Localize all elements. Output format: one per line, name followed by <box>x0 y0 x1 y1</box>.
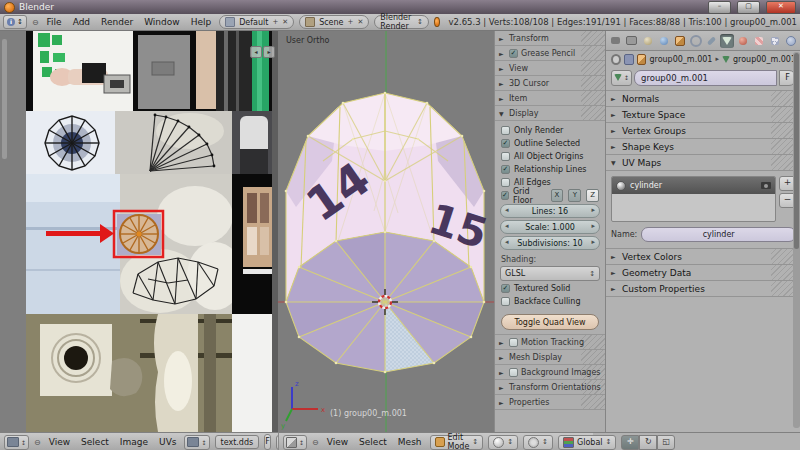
textured-solid-row[interactable]: ✓ Textured Solid <box>495 282 605 295</box>
screen-layout-selector[interactable]: Default + ✕ <box>219 15 294 29</box>
editor-type-button-image[interactable]: ↕ <box>4 435 29 450</box>
viewport-shading-selector[interactable]: ↕ <box>488 435 518 450</box>
all-edges-checkbox[interactable] <box>501 178 510 187</box>
uv-menu-image[interactable]: Image <box>117 437 151 447</box>
tab-material[interactable] <box>736 34 750 48</box>
tab-modifiers[interactable] <box>705 34 719 48</box>
only-render-checkbox[interactable] <box>501 126 510 135</box>
all-edges-row[interactable]: All Edges <box>495 176 605 189</box>
scene-selector[interactable]: Scene + ✕ <box>299 15 369 29</box>
panel-geometry-data[interactable]: ► Geometry Data <box>606 265 800 281</box>
render-camera-icon[interactable] <box>761 182 771 189</box>
menu-help[interactable]: Help <box>188 17 215 27</box>
only-render-row[interactable]: Only Render <box>495 124 605 137</box>
image-browse-button[interactable]: ↕ <box>184 435 209 450</box>
panel-motion-tracking[interactable]: ► Motion Tracking <box>495 334 605 350</box>
slider-right-icon[interactable]: ▸ <box>591 238 595 246</box>
panel-transform[interactable]: ► Transform <box>495 31 605 46</box>
uv-map-item-cylinder[interactable]: cylinder <box>612 177 775 194</box>
panel-3d-cursor[interactable]: ► 3D Cursor <box>495 76 605 91</box>
editor-type-button-3dview[interactable]: ↕ <box>283 435 307 450</box>
subdivisions-slider[interactable]: ◂ Subdivisions: 10 ▸ <box>500 236 600 250</box>
backface-culling-checkbox[interactable] <box>501 297 510 306</box>
panel-normals[interactable]: ► Normals <box>606 90 800 107</box>
render-engine-selector[interactable]: Blender Render ↕ <box>374 15 429 29</box>
scrollbar-handle[interactable] <box>794 53 799 249</box>
menu-file[interactable]: File <box>44 17 65 27</box>
viewport-3d[interactable]: 14 15 z x y User Ortho (1 <box>278 31 605 432</box>
properties-scrollbar[interactable] <box>793 52 800 428</box>
image-fake-user-button[interactable]: F <box>264 434 271 450</box>
panel-display[interactable]: ▼ Display <box>495 106 605 121</box>
slider-left-icon[interactable]: ◂ <box>505 222 509 230</box>
v3d-menu-mesh[interactable]: Mesh <box>395 437 425 447</box>
atlas-selected-wheel[interactable] <box>114 211 163 257</box>
uv-scrollbar[interactable] <box>2 39 7 159</box>
panel-properties[interactable]: ► Properties <box>495 395 605 410</box>
relationship-lines-checkbox[interactable]: ✓ <box>501 165 510 174</box>
menu-collapse-icon[interactable]: ⊖ <box>32 18 39 27</box>
tab-render[interactable] <box>625 34 639 48</box>
uv-menu-uvs[interactable]: UVs <box>156 437 179 447</box>
region-expand-right-icon[interactable]: ▸ <box>263 46 275 58</box>
axis-z-toggle[interactable]: Z <box>586 189 599 202</box>
uv-image-editor[interactable]: ◂ ▸ <box>0 31 278 432</box>
relationship-lines-row[interactable]: ✓ Relationship Lines <box>495 163 605 176</box>
grease-pencil-checkbox[interactable]: ✓ <box>509 49 518 58</box>
axis-x-toggle[interactable]: X <box>551 189 564 202</box>
panel-grease-pencil[interactable]: ► ✓ Grease Pencil <box>495 46 605 61</box>
maximize-button[interactable]: ▢ <box>737 1 760 14</box>
shading-mode-dropdown[interactable]: GLSL ↕ <box>500 266 600 281</box>
uv-menu-view[interactable]: View <box>46 437 73 447</box>
all-object-origins-row[interactable]: All Object Origins <box>495 150 605 163</box>
all-object-origins-checkbox[interactable] <box>501 152 510 161</box>
tab-particles[interactable] <box>768 34 782 48</box>
minimize-button[interactable]: – <box>708 1 731 14</box>
panel-background-images[interactable]: ► Background Images <box>495 365 605 380</box>
region-expand-left-icon[interactable]: ◂ <box>250 46 262 58</box>
grid-floor-checkbox[interactable]: ✓ <box>501 191 509 200</box>
scene-add-icon[interactable]: + <box>348 18 354 26</box>
uv-menu-select[interactable]: Select <box>78 437 112 447</box>
toggle-quad-view-button[interactable]: Toggle Quad View <box>501 314 599 330</box>
uv-maps-list[interactable]: cylinder <box>611 176 776 222</box>
panel-mesh-display[interactable]: ► Mesh Display <box>495 350 605 365</box>
image-name-field[interactable]: text.dds <box>215 435 260 449</box>
panel-transform-orientations[interactable]: ► Transform Orientations <box>495 380 605 395</box>
tab-object[interactable] <box>673 34 687 48</box>
scale-slider[interactable]: ◂ Scale: 1.000 ▸ <box>500 220 600 234</box>
backface-culling-row[interactable]: Backface Culling <box>495 295 605 308</box>
tab-texture[interactable] <box>752 34 766 48</box>
tab-physics[interactable] <box>784 34 798 48</box>
datablock-name-field[interactable]: group00_m.001 <box>634 70 777 86</box>
v3d-menu-select[interactable]: Select <box>356 437 390 447</box>
slider-right-icon[interactable]: ▸ <box>591 206 595 214</box>
tab-scene[interactable] <box>641 34 655 48</box>
close-button[interactable]: ✕ <box>766 1 796 14</box>
grid-floor-row[interactable]: ✓ Grid Floor X Y Z <box>495 189 605 202</box>
menu-add[interactable]: Add <box>70 17 93 27</box>
background-images-checkbox[interactable] <box>509 368 518 377</box>
panel-custom-properties[interactable]: ► Custom Properties <box>606 281 800 297</box>
panel-shape-keys[interactable]: ► Shape Keys <box>606 139 800 155</box>
layout-add-icon[interactable]: + <box>272 18 278 26</box>
scene-delete-icon[interactable]: ✕ <box>357 18 363 26</box>
panel-item[interactable]: ► Item <box>495 91 605 106</box>
mode-selector[interactable]: Edit Mode ↕ <box>430 435 484 450</box>
lines-slider[interactable]: ◂ Lines: 16 ▸ <box>500 204 600 218</box>
cylinder-mesh[interactable]: 14 15 <box>285 92 494 374</box>
pin-icon[interactable] <box>611 54 621 65</box>
axis-y-toggle[interactable]: Y <box>568 189 581 202</box>
v3d-menu-view[interactable]: View <box>324 437 351 447</box>
mesh-browse-icon[interactable] <box>624 54 634 65</box>
motion-tracking-checkbox[interactable] <box>509 338 518 347</box>
tab-object-data[interactable] <box>720 34 734 48</box>
panel-vertex-groups[interactable]: ► Vertex Groups <box>606 123 800 139</box>
tab-world[interactable] <box>657 34 671 48</box>
breadcrumb-data-name[interactable]: group00_m.001 <box>733 55 796 64</box>
menu-collapse-icon[interactable]: ⊖ <box>34 438 41 447</box>
menu-collapse-icon[interactable]: ⊖ <box>312 438 319 447</box>
texture-atlas-image[interactable] <box>0 31 278 432</box>
slider-left-icon[interactable]: ◂ <box>505 206 509 214</box>
layout-delete-icon[interactable]: ✕ <box>282 18 288 26</box>
